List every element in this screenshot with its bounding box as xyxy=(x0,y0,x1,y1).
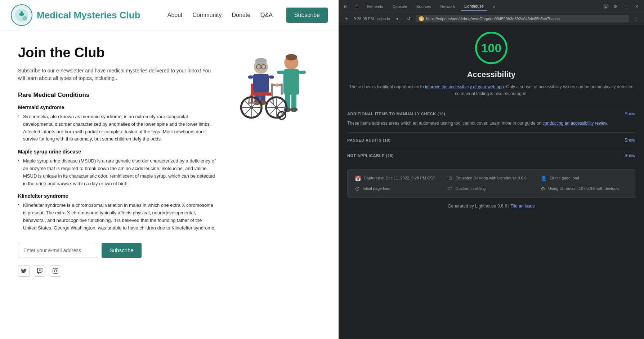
person-icon: 👤 xyxy=(541,175,547,181)
condition-desc-2: Klinefelter syndrome is a chromosomal va… xyxy=(18,202,216,232)
audit-section-0: ADDITIONAL ITEMS TO MANUALLY CHECK (10) … xyxy=(347,106,635,132)
accessibility-description: These checks highlight opportunities to … xyxy=(347,84,635,97)
score-circle-container: 100 xyxy=(347,32,635,64)
timer-icon: ⏱ xyxy=(355,186,360,192)
audit-section-1: PASSED AUDITS (18) Show xyxy=(347,132,635,148)
refresh-icon[interactable]: ↺ xyxy=(404,14,413,23)
calendar-icon: 📅 xyxy=(355,175,361,181)
audit-show-btn-2[interactable]: Show xyxy=(625,153,635,158)
devtools-pointer-icon[interactable]: ⊡ xyxy=(341,2,350,11)
nav-about[interactable]: About xyxy=(167,12,183,18)
tab-more[interactable]: » xyxy=(489,2,499,11)
lighthouse-main: 100 Accessibility These checks highlight… xyxy=(339,24,644,339)
meta-text-3: Initial page load xyxy=(363,186,390,192)
svg-rect-20 xyxy=(248,75,253,79)
nav-subscribe-button[interactable]: Subscribe xyxy=(286,8,328,23)
url-text: https://cdpn.io/pen/debug/VwdOaqp/ee0945… xyxy=(426,17,560,21)
condition-title-1: Maple syrup urine disease xyxy=(18,149,216,155)
svg-point-48 xyxy=(274,84,279,87)
svg-point-42 xyxy=(275,106,278,109)
nav-links: About Community Donate Q&A Subscribe xyxy=(167,8,328,23)
svg-rect-27 xyxy=(251,93,273,96)
tab-sources[interactable]: Sources xyxy=(413,2,434,11)
tab-lighthouse[interactable]: Lighthouse xyxy=(461,2,487,11)
condition-title-0: Mermaid syndrome xyxy=(18,104,216,110)
main-content: Join the Club Subscribe to our e-newslet… xyxy=(0,31,339,291)
nav-donate[interactable]: Donate xyxy=(232,12,250,18)
devtools-time: 9:28:08 PM · cdpn.io xyxy=(354,17,390,21)
twitter-icon[interactable] xyxy=(18,265,30,277)
meta-text-5: Using Chromium 107.0.0.0 with devtools xyxy=(548,186,619,192)
svg-rect-11 xyxy=(291,93,296,109)
section-title: Rare Medical Conditions xyxy=(18,92,216,99)
condition-desc-0: Sirenomelia, also known as mermaid syndr… xyxy=(18,113,216,143)
tab-console[interactable]: Console xyxy=(389,2,411,11)
accessibility-link[interactable]: improve the accessibility of your web ap… xyxy=(425,84,504,89)
more-options-icon[interactable]: ⋮ xyxy=(622,2,630,11)
score-number: 100 xyxy=(481,41,502,55)
svg-point-36 xyxy=(250,106,253,109)
devtools-device-icon[interactable]: 📱 xyxy=(352,2,361,11)
svg-point-6 xyxy=(286,54,297,61)
audit-desc-suffix-0: . xyxy=(607,121,608,126)
audit-section-header-0[interactable]: ADDITIONAL ITEMS TO MANUALLY CHECK (10) … xyxy=(347,111,635,116)
condition-maple: Maple syrup urine disease Maple syrup ur… xyxy=(18,149,216,187)
svg-rect-8 xyxy=(277,71,284,74)
url-bar[interactable]: c https://cdpn.io/pen/debug/VwdOaqp/ee09… xyxy=(416,15,629,22)
url-more-icon[interactable]: ⋮ xyxy=(632,14,640,23)
devtools-tabs: ⊡ 📱 Elements Console Sources Network Lig… xyxy=(339,0,644,13)
meta-text-0: Captured at Dec 11, 2022, 9:28 PM CST xyxy=(364,175,435,181)
tab-elements[interactable]: Elements xyxy=(363,2,387,11)
svg-point-13 xyxy=(290,107,298,112)
svg-point-44 xyxy=(281,115,283,116)
audit-label-0: ADDITIONAL ITEMS TO MANUALLY CHECK (10) xyxy=(347,112,445,116)
meta-item-4: 🛡 Custom throttling xyxy=(448,186,535,192)
subscribe-button[interactable]: Subscribe xyxy=(102,243,142,258)
text-section: Join the Club Subscribe to our e-newslet… xyxy=(18,45,216,277)
meta-item-2: 👤 Single page load xyxy=(541,175,628,181)
hero-description: Subscribe to our e-newsletter and have m… xyxy=(18,67,216,82)
svg-rect-7 xyxy=(283,69,299,95)
favicon: c xyxy=(419,16,424,21)
devtools-panel: ⊡ 📱 Elements Console Sources Network Lig… xyxy=(339,0,644,339)
gear-icon: ⚙ xyxy=(541,186,545,192)
meta-text-2: Single page load xyxy=(550,175,579,181)
image-section xyxy=(227,45,321,277)
audit-show-btn-1[interactable]: Show xyxy=(625,138,635,143)
meta-text-1: Emulated Desktop with Lighthouse 9.6.6 xyxy=(456,175,527,181)
twitch-icon[interactable] xyxy=(34,265,45,277)
nav-community[interactable]: Community xyxy=(193,12,222,18)
audit-label-2: NOT APPLICABLE (26) xyxy=(347,153,394,158)
audit-desc-link-0[interactable]: conducting an accessibility review xyxy=(542,121,607,126)
svg-text:+: + xyxy=(23,17,25,20)
website-panel: + Medical Mysteries Club About Community… xyxy=(0,0,339,339)
nav-qa[interactable]: Q&A xyxy=(260,12,273,18)
condition-title-2: Klinefelter syndrome xyxy=(18,193,216,199)
condition-mermaid: Mermaid syndrome Sirenomelia, also known… xyxy=(18,104,216,143)
meta-item-1: 🖥 Emulated Desktop with Lighthouse 9.6.6 xyxy=(448,175,535,181)
audit-desc-0: These items address areas which an autom… xyxy=(347,120,635,127)
lighthouse-footer: 📅 Captured at Dec 11, 2022, 9:28 PM CST … xyxy=(347,169,635,198)
generated-text: Generated by Lighthouse 9.6.6 | xyxy=(448,204,511,209)
condition-klinefelter: Klinefelter syndrome Klinefelter syndrom… xyxy=(18,193,216,232)
audit-section-header-2[interactable]: NOT APPLICABLE (26) Show xyxy=(347,153,635,158)
meta-item-0: 📅 Captured at Dec 11, 2022, 9:28 PM CST xyxy=(355,175,442,181)
audit-section-header-1[interactable]: PASSED AUDITS (18) Show xyxy=(347,138,635,143)
svg-rect-21 xyxy=(269,75,274,79)
page-title: Join the Club xyxy=(18,45,216,61)
email-input[interactable] xyxy=(18,243,97,258)
tab-network[interactable]: Network xyxy=(437,2,459,11)
audit-section-2: NOT APPLICABLE (26) Show xyxy=(347,148,635,163)
settings-icon[interactable]: ⚙ xyxy=(611,2,620,11)
devtools-addressbar: ＋ 9:28:08 PM · cdpn.io ▾ ↺ c https://cdp… xyxy=(339,13,644,24)
lighthouse-generated: Generated by Lighthouse 9.6.6 | File an … xyxy=(347,204,635,214)
new-tab-icon[interactable]: ＋ xyxy=(342,14,351,23)
navigation: + Medical Mysteries Club About Community… xyxy=(0,0,339,31)
logo-area: + Medical Mysteries Club xyxy=(11,4,140,26)
file-issue-link[interactable]: File an issue xyxy=(511,204,535,209)
tab-count-badge: 1 xyxy=(603,4,609,9)
instagram-icon[interactable] xyxy=(50,265,61,277)
dropdown-icon[interactable]: ▾ xyxy=(393,14,402,23)
close-devtools-icon[interactable]: ✕ xyxy=(632,2,641,11)
audit-show-btn-0[interactable]: Show xyxy=(625,111,635,116)
